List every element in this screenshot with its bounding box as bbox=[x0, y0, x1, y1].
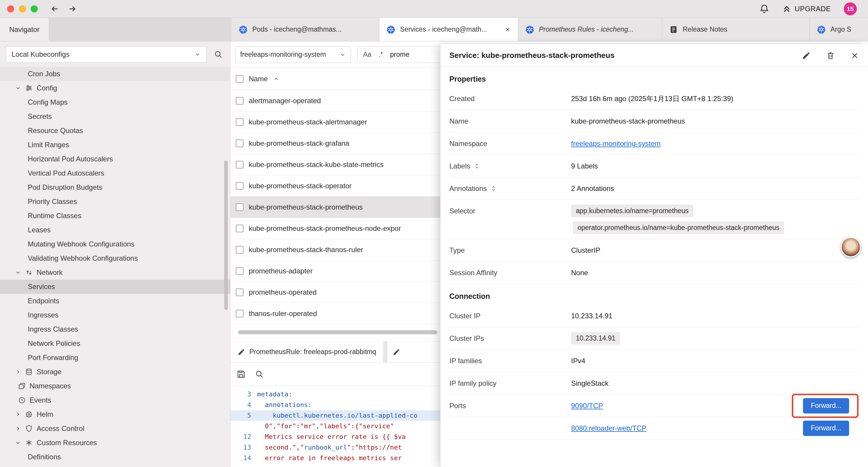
forward-button[interactable]: Forward... bbox=[803, 398, 849, 413]
dock-tab-prometheusrule[interactable]: PrometheusRule: freeleaps-prod-rabbitmq bbox=[230, 342, 384, 362]
tab-close-icon[interactable] bbox=[504, 26, 511, 33]
namespace-selector[interactable]: freeleaps-monitoring-system bbox=[235, 47, 351, 63]
minimize-window-button[interactable] bbox=[19, 5, 26, 12]
edit-pencil-icon[interactable] bbox=[802, 51, 811, 60]
row-checkbox[interactable] bbox=[236, 182, 243, 190]
tab-services[interactable]: Services - icecheng@math... bbox=[379, 18, 518, 41]
row-checkbox[interactable] bbox=[236, 97, 243, 105]
row-checkbox[interactable] bbox=[236, 289, 243, 296]
sidebar-item-pod-disruption-budgets[interactable]: Pod Disruption Budgets bbox=[0, 180, 230, 195]
sidebar-item-resource-quotas[interactable]: Resource Quotas bbox=[0, 123, 230, 138]
port-link[interactable]: 9090/TCP bbox=[571, 402, 603, 410]
ports-row-2: 8080:reloader-web/TCP Forward... bbox=[450, 417, 859, 439]
row-checkbox[interactable] bbox=[236, 161, 243, 169]
namespace-row: Namespace freeleaps-monitoring-system bbox=[450, 133, 859, 155]
save-icon[interactable] bbox=[236, 370, 246, 379]
notifications-bell-icon[interactable] bbox=[759, 4, 769, 14]
line-number bbox=[230, 421, 257, 432]
name-row: Name kube-prometheus-stack-prometheus bbox=[450, 110, 859, 133]
notification-count-badge[interactable]: 15 bbox=[844, 2, 857, 16]
release-notes-icon bbox=[669, 25, 678, 34]
kubernetes-icon bbox=[817, 25, 826, 34]
select-all-checkbox[interactable] bbox=[236, 75, 243, 83]
sidebar-item-port-forwarding[interactable]: Port Forwarding bbox=[0, 351, 230, 365]
sidebar-item-runtime-classes[interactable]: Runtime Classes bbox=[0, 209, 230, 223]
navigator-tab[interactable]: Navigator bbox=[0, 18, 49, 41]
sidebar-item-events[interactable]: Events bbox=[0, 393, 230, 407]
sort-ascending-icon[interactable] bbox=[273, 76, 279, 82]
horizontal-scrollbar-thumb[interactable] bbox=[238, 330, 437, 334]
maximize-window-button[interactable] bbox=[31, 5, 38, 12]
row-checkbox[interactable] bbox=[236, 267, 243, 275]
sidebar-item-ingress-classes[interactable]: Ingress Classes bbox=[0, 322, 230, 337]
port-link[interactable]: 8080:reloader-web/TCP bbox=[571, 424, 646, 432]
sidebar-item-leases[interactable]: Leases bbox=[0, 223, 230, 237]
tab-pods[interactable]: Pods - icecheng@mathmas... bbox=[231, 18, 379, 41]
close-icon[interactable] bbox=[850, 51, 859, 60]
service-detail-panel: Service: kube-prometheus-stack-prometheu… bbox=[440, 44, 868, 467]
navigator-scrollbar-thumb[interactable] bbox=[224, 160, 228, 310]
navigator-search-button[interactable] bbox=[212, 49, 224, 60]
sidebar-item-access-control[interactable]: Access Control bbox=[0, 421, 230, 436]
chevron-down-icon bbox=[15, 269, 21, 276]
upgrade-button[interactable]: UPGRADE bbox=[782, 4, 831, 13]
row-checkbox[interactable] bbox=[236, 203, 243, 211]
sidebar-item-services[interactable]: Services bbox=[0, 280, 230, 294]
row-checkbox[interactable] bbox=[236, 310, 243, 317]
namespace-link[interactable]: freeleaps-monitoring-system bbox=[571, 140, 660, 148]
sidebar-item-endpoints[interactable]: Endpoints bbox=[0, 294, 230, 308]
sidebar-item-namespaces[interactable]: Namespaces bbox=[0, 379, 230, 393]
line-number: 3 bbox=[230, 389, 257, 400]
delete-trash-icon[interactable] bbox=[826, 51, 835, 60]
forward-icon[interactable] bbox=[67, 4, 78, 14]
editor-search-icon[interactable] bbox=[255, 370, 264, 379]
sidebar-item-custom-resources[interactable]: Custom Resources bbox=[0, 436, 230, 450]
cluster-ip-badge: 10.233.14.91 bbox=[571, 332, 620, 345]
ports-row-1: Ports 9090/TCP Forward... bbox=[450, 395, 859, 417]
chevron-right-icon bbox=[15, 369, 21, 375]
back-icon[interactable] bbox=[50, 4, 60, 14]
sidebar-item-vertical-pod-autoscalers[interactable]: Vertical Pod Autoscalers bbox=[0, 166, 230, 180]
sidebar-item-storage[interactable]: Storage bbox=[0, 365, 230, 379]
sidebar-item-priority-classes[interactable]: Priority Classes bbox=[0, 195, 230, 209]
sidebar-item-cron-jobs[interactable]: Cron Jobs bbox=[0, 67, 230, 81]
network-icon bbox=[25, 268, 33, 276]
selector-row: Selector app.kubernetes.io/name=promethe… bbox=[450, 200, 859, 239]
row-checkbox[interactable] bbox=[236, 140, 243, 147]
sidebar-item-network[interactable]: Network bbox=[0, 265, 230, 280]
sidebar-item-config[interactable]: Config bbox=[0, 81, 230, 95]
sidebar-item-horizontal-pod-autoscalers[interactable]: Horizontal Pod Autoscalers bbox=[0, 152, 230, 166]
tab-argo[interactable]: Argo S bbox=[810, 18, 868, 41]
row-checkbox[interactable] bbox=[236, 225, 243, 232]
upgrade-label: UPGRADE bbox=[795, 5, 831, 13]
tab-prometheus-rules[interactable]: Prometheus Rules - icecheng... bbox=[518, 18, 662, 41]
name-column-header[interactable]: Name bbox=[249, 75, 268, 83]
close-window-button[interactable] bbox=[7, 5, 14, 12]
unfold-expand-icon[interactable] bbox=[473, 163, 480, 170]
sidebar-item-definitions[interactable]: Definitions bbox=[0, 450, 230, 464]
sidebar-item-limit-ranges[interactable]: Limit Ranges bbox=[0, 138, 230, 152]
sidebar-item-ingresses[interactable]: Ingresses bbox=[0, 308, 230, 322]
sidebar-item-mutating-webhook-configurations[interactable]: Mutating Webhook Configurations bbox=[0, 237, 230, 251]
sidebar-item-network-policies[interactable]: Network Policies bbox=[0, 337, 230, 351]
namespaces-icon bbox=[18, 382, 26, 390]
tab-release-notes[interactable]: Release Notes bbox=[662, 18, 810, 41]
labels-row: Labels 9 Labels bbox=[450, 155, 859, 177]
forward-button[interactable]: Forward... bbox=[803, 420, 849, 436]
line-number: 4 bbox=[230, 400, 257, 410]
unfold-expand-icon[interactable] bbox=[490, 185, 497, 192]
sidebar-item-validating-webhook-configurations[interactable]: Validating Webhook Configurations bbox=[0, 251, 230, 265]
row-checkbox[interactable] bbox=[236, 118, 243, 126]
sidebar-item-secrets[interactable]: Secrets bbox=[0, 109, 230, 123]
sidebar-item-helm[interactable]: Helm bbox=[0, 407, 230, 421]
row-checkbox[interactable] bbox=[236, 246, 243, 254]
regex-toggle[interactable]: .* bbox=[378, 51, 383, 59]
match-case-toggle[interactable]: Aa bbox=[363, 51, 371, 59]
sidebar-item-config-maps[interactable]: Config Maps bbox=[0, 95, 230, 109]
kubeconfig-selector[interactable]: Local Kubeconfigs bbox=[6, 46, 207, 63]
chevron-down-icon bbox=[15, 439, 21, 446]
custom-resources-icon bbox=[25, 439, 33, 447]
edit-pencil-icon bbox=[393, 348, 400, 356]
upgrade-icon bbox=[782, 4, 791, 13]
assistant-avatar[interactable] bbox=[841, 237, 861, 257]
